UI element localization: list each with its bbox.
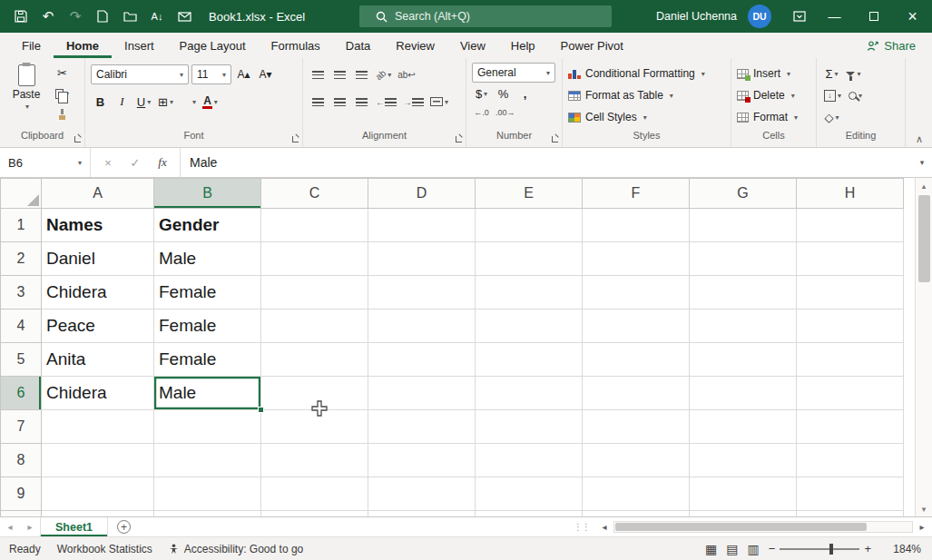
center-button[interactable] xyxy=(330,92,349,112)
cell-H7[interactable] xyxy=(797,410,904,444)
cell-B7[interactable] xyxy=(154,410,261,444)
align-left-button[interactable] xyxy=(309,92,328,112)
copy-button[interactable]: ▾ xyxy=(53,84,72,103)
cell-C7[interactable] xyxy=(261,410,368,444)
user-name[interactable]: Daniel Uchenna xyxy=(656,10,737,23)
ribbon-tab-data[interactable]: Data xyxy=(333,33,383,58)
ribbon-tab-insert[interactable]: Insert xyxy=(112,33,167,58)
column-header-H[interactable]: H xyxy=(797,179,904,209)
cut-button[interactable]: ✂ xyxy=(53,63,72,83)
align-right-button[interactable] xyxy=(352,92,371,112)
find-select-button[interactable]: ▾ xyxy=(846,85,865,105)
alignment-dialog-launcher-icon[interactable] xyxy=(456,136,462,142)
cell-G7[interactable] xyxy=(690,410,797,444)
new-file-button[interactable] xyxy=(91,5,114,28)
cell-H2[interactable] xyxy=(797,242,904,276)
row-header-4[interactable]: 4 xyxy=(1,309,42,343)
column-header-E[interactable]: E xyxy=(476,179,583,209)
ribbon-tab-home[interactable]: Home xyxy=(54,33,112,58)
save-button[interactable] xyxy=(9,5,33,28)
cell-A5[interactable]: Anita xyxy=(42,343,154,377)
format-as-table-button[interactable]: Format as Table ▾ xyxy=(568,84,725,106)
cell-G5[interactable] xyxy=(690,343,797,377)
ribbon-tab-view[interactable]: View xyxy=(447,33,498,58)
increase-indent-button[interactable]: → xyxy=(401,92,426,112)
cell-E9[interactable] xyxy=(476,477,583,511)
autosum-button[interactable]: Σ▾ xyxy=(822,64,841,84)
top-align-button[interactable] xyxy=(309,64,328,84)
enter-button[interactable]: ✓ xyxy=(122,156,149,170)
horizontal-scrollbar[interactable]: ⋮⋮ ◂ ▸ xyxy=(574,517,932,536)
cell-D8[interactable] xyxy=(368,444,476,477)
cell-E5[interactable] xyxy=(476,343,583,377)
cell-E4[interactable] xyxy=(476,309,583,343)
next-sheet-button[interactable]: ▸ xyxy=(20,517,40,536)
cell-C2[interactable] xyxy=(261,242,368,276)
delete-cells-button[interactable]: Delete ▾ xyxy=(737,84,810,106)
decrease-decimal-button[interactable]: .00→ xyxy=(494,103,517,123)
zoom-out-button[interactable]: − xyxy=(769,542,776,555)
cell-F8[interactable] xyxy=(583,444,690,477)
cell-B4[interactable]: Female xyxy=(154,309,261,343)
cell-G2[interactable] xyxy=(690,242,797,276)
cell-D1[interactable] xyxy=(368,209,476,242)
cell-F3[interactable] xyxy=(583,276,690,309)
horizontal-scroll-track[interactable] xyxy=(613,521,913,533)
cell-H6[interactable] xyxy=(797,377,904,410)
cell-B8[interactable] xyxy=(154,444,261,477)
fill-button[interactable]: ↓▾ xyxy=(822,85,843,105)
bottom-align-button[interactable] xyxy=(352,64,371,84)
cell-A9[interactable] xyxy=(42,477,154,511)
ribbon-tab-page-layout[interactable]: Page Layout xyxy=(167,33,259,58)
row-header-6[interactable]: 6 xyxy=(1,377,42,410)
cell-H5[interactable] xyxy=(797,343,904,377)
cell-C9[interactable] xyxy=(261,477,368,511)
zoom-slider[interactable] xyxy=(780,548,859,550)
scroll-right-icon[interactable]: ▸ xyxy=(915,522,929,532)
cell-B6[interactable]: Male xyxy=(154,377,261,410)
increase-decimal-button[interactable]: ←.0 xyxy=(472,103,491,123)
cell-C5[interactable] xyxy=(261,343,368,377)
collapse-ribbon-button[interactable]: ∧ xyxy=(916,133,923,145)
cell-G3[interactable] xyxy=(690,276,797,309)
cell-E8[interactable] xyxy=(476,444,583,477)
cell-D6[interactable] xyxy=(368,377,476,410)
column-header-B[interactable]: B xyxy=(154,179,261,209)
cell-E7[interactable] xyxy=(476,410,583,444)
column-header-A[interactable]: A xyxy=(42,179,154,209)
clipboard-dialog-launcher-icon[interactable] xyxy=(74,136,81,142)
share-button[interactable]: Share xyxy=(867,33,916,58)
column-header-G[interactable]: G xyxy=(690,179,797,209)
cancel-button[interactable]: × xyxy=(94,156,122,170)
accounting-format-button[interactable]: $▾ xyxy=(472,84,491,103)
decrease-font-size-button[interactable]: A▾ xyxy=(256,64,275,84)
ribbon-tab-help[interactable]: Help xyxy=(498,33,548,58)
cell-F1[interactable] xyxy=(583,209,690,242)
increase-font-size-button[interactable]: A▴ xyxy=(234,64,253,84)
italic-button[interactable]: I xyxy=(113,92,132,112)
cell-styles-button[interactable]: Cell Styles ▾ xyxy=(568,106,725,128)
cell-B1[interactable]: Gender xyxy=(154,209,261,242)
comma-style-button[interactable]: , xyxy=(515,84,535,103)
wrap-text-button[interactable]: ab↩ xyxy=(396,64,417,84)
zoom-slider-thumb[interactable] xyxy=(829,544,833,555)
cell-F9[interactable] xyxy=(583,477,690,511)
scrollbar-grip-icon[interactable]: ⋮⋮ xyxy=(574,522,590,532)
orientation-button[interactable]: ab▾ xyxy=(374,64,393,84)
ribbon-display-options-button[interactable] xyxy=(784,0,815,33)
redo-button[interactable]: ↷ xyxy=(64,5,87,28)
cell-A8[interactable] xyxy=(42,444,154,477)
format-painter-button[interactable] xyxy=(53,104,72,124)
vertical-scroll-thumb[interactable] xyxy=(918,195,930,282)
ribbon-tab-power-pivot[interactable]: Power Pivot xyxy=(548,33,636,58)
borders-button[interactable]: ⊞▾ xyxy=(156,92,175,112)
cell-A2[interactable]: Daniel xyxy=(42,242,154,276)
cell-G6[interactable] xyxy=(690,377,797,410)
cell-F6[interactable] xyxy=(583,377,690,410)
open-button[interactable] xyxy=(118,5,142,28)
sheet-tab-sheet1[interactable]: Sheet1 xyxy=(40,517,108,536)
decrease-indent-button[interactable]: ← xyxy=(374,92,398,112)
email-button[interactable] xyxy=(172,5,196,28)
fill-color-button[interactable]: ▾ xyxy=(178,92,198,112)
insert-function-button[interactable]: fx xyxy=(149,155,176,170)
